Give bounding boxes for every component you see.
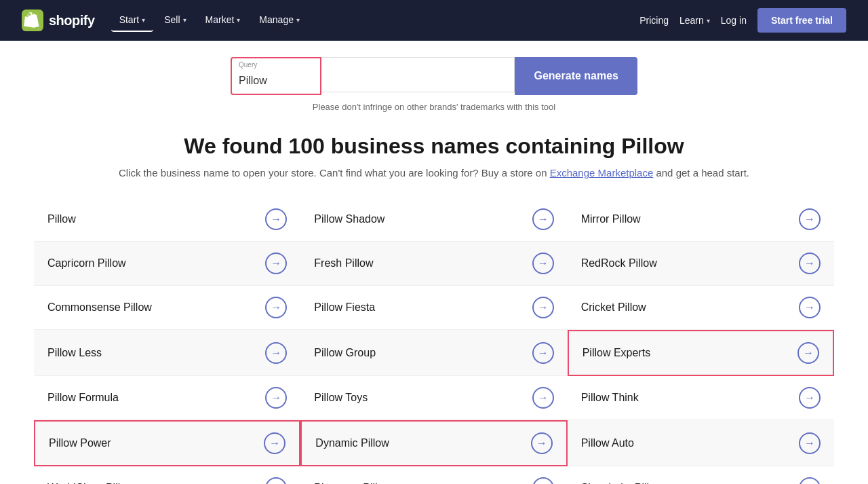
name-item[interactable]: Pillow Toys→ xyxy=(300,376,567,420)
arrow-button[interactable]: → xyxy=(265,342,287,364)
name-text: Pillow xyxy=(47,213,76,225)
search-section: Query Generate names Please don't infrin… xyxy=(34,57,834,112)
generate-button[interactable]: Generate names xyxy=(515,57,637,95)
name-item[interactable]: Mirror Pillow→ xyxy=(568,198,834,242)
arrow-button[interactable]: → xyxy=(265,477,287,484)
name-item[interactable]: Pillow Less→ xyxy=(34,330,300,376)
arrow-button[interactable]: → xyxy=(265,387,287,409)
name-text: Pillow Shadow xyxy=(314,213,384,225)
names-grid: Pillow→Pillow Shadow→Mirror Pillow→Capri… xyxy=(34,198,834,484)
arrow-button[interactable]: → xyxy=(532,208,554,230)
search-disclaimer: Please don't infringe on other brands' t… xyxy=(313,102,555,112)
shopify-logo-icon xyxy=(22,10,43,31)
nav-sell[interactable]: Sell ▾ xyxy=(156,9,194,32)
arrow-button[interactable]: → xyxy=(265,297,287,318)
logo-text: shopify xyxy=(49,13,95,29)
results-description: Click the business name to open your sto… xyxy=(34,167,834,179)
nav-sell-chevron-icon: ▾ xyxy=(183,16,186,24)
name-text: Pillow Auto xyxy=(581,437,634,449)
name-item[interactable]: Cricket Pillow→ xyxy=(568,286,834,330)
name-text: Pillow Formula xyxy=(47,392,119,404)
name-text: Pillow Fiesta xyxy=(314,301,375,314)
name-text: Capricorn Pillow xyxy=(47,257,126,269)
name-item[interactable]: Pillow Power→ xyxy=(34,420,300,466)
name-item[interactable]: Pillow Group→ xyxy=(300,330,567,376)
arrow-button[interactable]: → xyxy=(532,297,554,318)
nav-login[interactable]: Log in xyxy=(721,15,747,26)
name-item[interactable]: Singularity Pillow→ xyxy=(568,466,834,484)
arrow-button[interactable]: → xyxy=(532,477,554,484)
arrow-button[interactable]: → xyxy=(799,253,821,274)
arrow-button[interactable]: → xyxy=(532,253,554,274)
nav-manage-chevron-icon: ▾ xyxy=(296,16,300,24)
name-item[interactable]: Pillow Fiesta→ xyxy=(300,286,567,330)
name-text: Commonsense Pillow xyxy=(47,301,152,314)
arrow-button[interactable]: → xyxy=(265,253,287,274)
name-item[interactable]: RedRock Pillow→ xyxy=(568,242,834,286)
nav-start-chevron-icon: ▾ xyxy=(142,16,145,24)
navbar: shopify Start ▾ Sell ▾ Market ▾ Manage ▾… xyxy=(0,0,868,41)
name-text: Fresh Pillow xyxy=(314,257,373,269)
name-item[interactable]: Dynamic Pillow→ xyxy=(300,420,567,466)
arrow-button[interactable]: → xyxy=(799,387,821,409)
name-item[interactable]: WorldClass Pillow→ xyxy=(34,466,300,484)
nav-market-chevron-icon: ▾ xyxy=(237,16,240,24)
arrow-button[interactable]: → xyxy=(799,477,821,484)
name-text: Mirror Pillow xyxy=(581,213,641,225)
name-item[interactable]: Commonsense Pillow→ xyxy=(34,286,300,330)
arrow-button[interactable]: → xyxy=(799,432,821,454)
nav-links: Start ▾ Sell ▾ Market ▾ Manage ▾ xyxy=(111,9,635,32)
name-item[interactable]: Capricorn Pillow→ xyxy=(34,242,300,286)
name-item[interactable]: Fresh Pillow→ xyxy=(300,242,567,286)
exchange-marketplace-link[interactable]: Exchange Marketplace xyxy=(550,167,654,179)
arrow-button[interactable]: → xyxy=(265,208,287,230)
nav-manage[interactable]: Manage ▾ xyxy=(251,9,308,32)
name-item[interactable]: Pillow→ xyxy=(34,198,300,242)
name-text: Pillow Less xyxy=(47,347,102,359)
start-trial-button[interactable]: Start free trial xyxy=(757,8,846,33)
nav-learn[interactable]: Learn ▾ xyxy=(679,15,710,26)
name-item[interactable]: Planetary Pillow→ xyxy=(300,466,567,484)
arrow-button[interactable]: → xyxy=(531,432,553,454)
arrow-button[interactable]: → xyxy=(799,208,821,230)
main-content: Query Generate names Please don't infrin… xyxy=(7,41,861,484)
name-text: Pillow Think xyxy=(581,392,639,404)
name-item[interactable]: Pillow Shadow→ xyxy=(300,198,567,242)
extra-input[interactable] xyxy=(321,57,515,92)
name-text: Cricket Pillow xyxy=(581,301,646,314)
arrow-button[interactable]: → xyxy=(532,387,554,409)
search-row: Query Generate names xyxy=(231,57,637,95)
nav-pricing[interactable]: Pricing xyxy=(639,15,669,26)
name-text: Pillow Power xyxy=(49,437,111,449)
name-text: Pillow Experts xyxy=(583,347,650,359)
name-text: Pillow Group xyxy=(314,347,376,359)
name-item[interactable]: Pillow Think→ xyxy=(568,376,834,420)
arrow-button[interactable]: → xyxy=(264,432,285,454)
arrow-button[interactable]: → xyxy=(532,342,554,364)
name-text: Dynamic Pillow xyxy=(315,437,389,449)
name-item[interactable]: Pillow Experts→ xyxy=(568,330,834,376)
results-title: We found 100 business names containing P… xyxy=(34,134,834,159)
logo-link[interactable]: shopify xyxy=(22,10,95,31)
query-label: Query xyxy=(239,61,257,69)
nav-learn-chevron-icon: ▾ xyxy=(707,17,710,24)
results-heading: We found 100 business names containing P… xyxy=(34,134,834,179)
nav-start[interactable]: Start ▾ xyxy=(111,9,154,32)
name-item[interactable]: Pillow Formula→ xyxy=(34,376,300,420)
nav-market[interactable]: Market ▾ xyxy=(197,9,249,32)
name-text: RedRock Pillow xyxy=(581,257,657,269)
arrow-button[interactable]: → xyxy=(797,342,819,364)
query-input-wrapper: Query xyxy=(231,57,321,95)
nav-right: Pricing Learn ▾ Log in Start free trial xyxy=(639,8,846,33)
arrow-button[interactable]: → xyxy=(799,297,821,318)
name-item[interactable]: Pillow Auto→ xyxy=(568,420,834,466)
name-text: Pillow Toys xyxy=(314,392,368,404)
